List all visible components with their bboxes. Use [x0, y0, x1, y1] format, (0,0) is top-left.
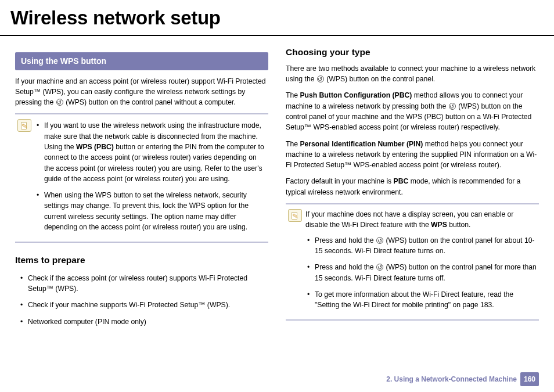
note2-lead-b: button.: [449, 221, 470, 229]
right-p4: Factory default in your machine is PBC m…: [286, 176, 539, 197]
wps-icon: [449, 103, 456, 110]
right-p2: The Push Button Configuration (PBC) meth…: [286, 90, 539, 132]
note1-item2: When using the WPS button to set the wir…: [35, 189, 266, 237]
right-p1: There are two methods available to conne…: [286, 63, 539, 85]
note2-item3: To get more information about the Wi-Fi …: [305, 288, 537, 315]
list-item: Check if the access point (or wireless r…: [19, 272, 268, 299]
note2-lead-a: If your machine does not have a display …: [305, 210, 513, 229]
wps-icon: [376, 237, 383, 244]
note-icon: [17, 119, 31, 132]
right-column: Choosing your type There are two methods…: [286, 42, 539, 332]
note-content: If you want to use the wireless network …: [35, 119, 266, 237]
choosing-heading: Choosing your type: [286, 45, 539, 59]
note2-i1a: Press and hold the: [315, 236, 376, 244]
intro-text-b: (WPS) button on the control panel withou…: [66, 98, 236, 106]
wps-icon: [317, 75, 324, 82]
right-p3: The Personal Identification Number (PIN)…: [286, 139, 539, 171]
right-p3a: The: [286, 140, 300, 148]
right-p4bold: PBC: [394, 177, 409, 185]
content-columns: Using the WPS button If your machine and…: [0, 39, 554, 332]
section-using-wps: Using the WPS button: [15, 52, 268, 70]
list-item: Networked computer (PIN mode only): [19, 315, 268, 332]
right-p1b: (WPS) button on the control panel.: [326, 75, 435, 83]
note2-item2: Press and hold the (WPS) button on the c…: [305, 261, 537, 288]
note2-i2a: Press and hold the: [315, 263, 376, 271]
intro-paragraph: If your machine and an access point (or …: [15, 76, 268, 108]
page-footer: 2. Using a Network-Connected Machine 160: [386, 372, 539, 386]
note-box-2: If your machine does not have a display …: [286, 203, 539, 321]
right-p4a: Factory default in your machine is: [286, 177, 394, 185]
wps-icon: [376, 264, 383, 271]
note2-lead-bold: WPS: [431, 221, 447, 229]
items-heading: Items to prepare: [15, 253, 268, 267]
note-box-1: If you want to use the wireless network …: [15, 113, 268, 243]
footer-chapter: 2. Using a Network-Connected Machine: [386, 374, 517, 384]
page-title: Wireless network setup: [0, 0, 554, 36]
note1-item1-bold: WPS (PBC): [76, 143, 114, 151]
footer-page-number: 160: [520, 372, 539, 386]
note1-item1: If you want to use the wireless network …: [35, 119, 266, 189]
note-content: If your machine does not have a display …: [305, 209, 537, 315]
note2-lead: If your machine does not have a display …: [305, 209, 537, 231]
note2-item1: Press and hold the (WPS) button on the c…: [305, 234, 537, 261]
list-item: Check if your machine supports Wi-Fi Pro…: [19, 299, 268, 315]
wps-icon: [56, 99, 63, 106]
right-p2bold: Push Button Configuration (PBC): [300, 91, 412, 99]
note-icon: [288, 209, 302, 222]
left-column: Using the WPS button If your machine and…: [15, 42, 268, 332]
right-p2a: The: [286, 91, 300, 99]
right-p3bold: Personal Identification Number (PIN): [300, 140, 423, 148]
